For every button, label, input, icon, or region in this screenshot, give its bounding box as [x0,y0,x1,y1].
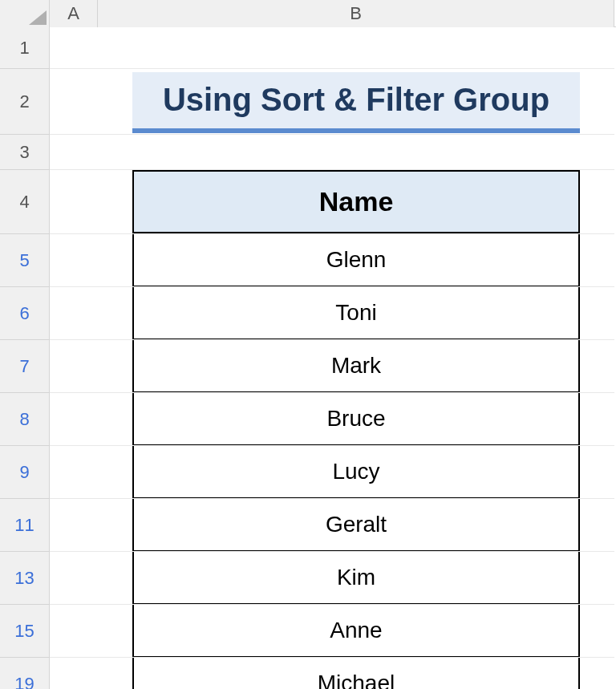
name-value: Glenn [326,247,387,273]
cell-a2[interactable] [50,69,98,135]
column-headers-row: A B [0,0,616,27]
cell-b3[interactable] [98,135,614,170]
name-value: Lucy [332,459,379,484]
cell-b7[interactable]: Mark [98,340,614,393]
cell-b13[interactable]: Kim [98,552,614,605]
grid-body: 1 2 3 4 5 6 7 8 9 11 13 15 19 [0,27,616,689]
name-value: Bruce [326,406,385,432]
select-all-triangle-icon [29,10,47,25]
cell-a6[interactable] [50,287,98,340]
cell-a9[interactable] [50,446,98,499]
row-header-13[interactable]: 13 [0,552,49,605]
row-header-2[interactable]: 2 [0,69,49,135]
row-header-5[interactable]: 5 [0,234,49,287]
cell-a8[interactable] [50,393,98,446]
row-header-15[interactable]: 15 [0,605,49,658]
column-header-b[interactable]: B [98,0,614,27]
table-row: Anne [132,605,580,657]
row-headers: 1 2 3 4 5 6 7 8 9 11 13 15 19 [0,27,50,689]
cell-a3[interactable] [50,135,98,170]
cell-a15[interactable] [50,605,98,658]
row-header-11[interactable]: 11 [0,499,49,552]
table-row: Michael [132,658,580,689]
cell-b19[interactable]: Michael [98,658,614,689]
cell-a19[interactable] [50,658,98,689]
column-header-a[interactable]: A [50,0,98,27]
row-header-9[interactable]: 9 [0,446,49,499]
row-header-8[interactable]: 8 [0,393,49,446]
title-box: Using Sort & Filter Group [132,72,580,133]
cell-a7[interactable] [50,340,98,393]
row-header-4[interactable]: 4 [0,170,49,234]
select-all-corner[interactable] [0,0,50,27]
row-header-7[interactable]: 7 [0,340,49,393]
cell-a11[interactable] [50,499,98,552]
cell-b8[interactable]: Bruce [98,393,614,446]
row-header-6[interactable]: 6 [0,287,49,340]
table-row: Glenn [132,234,580,286]
column-b-cells: Using Sort & Filter Group Name Glenn [98,27,614,689]
cell-b6[interactable]: Toni [98,287,614,340]
spreadsheet: A B 1 2 3 4 5 6 7 8 9 11 13 15 19 [0,0,616,689]
cell-b15[interactable]: Anne [98,605,614,658]
table-row: Toni [132,287,580,339]
table-row: Lucy [132,446,580,498]
name-value: Michael [318,671,395,690]
table-row: Mark [132,340,580,392]
name-value: Geralt [326,512,387,537]
page-title: Using Sort & Filter Group [163,82,549,118]
name-value: Mark [331,353,381,379]
cell-b9[interactable]: Lucy [98,446,614,499]
row-header-1[interactable]: 1 [0,27,49,69]
cell-b1[interactable] [98,27,614,69]
cells-area: Using Sort & Filter Group Name Glenn [50,27,616,689]
column-a-cells [50,27,98,689]
cell-a4[interactable] [50,170,98,234]
row-header-19[interactable]: 19 [0,658,49,689]
cell-b5[interactable]: Glenn [98,234,614,287]
row-header-3[interactable]: 3 [0,135,49,170]
table-header-box: Name [132,170,580,233]
cell-b2[interactable]: Using Sort & Filter Group [98,69,614,135]
table-row: Geralt [132,499,580,551]
cell-a5[interactable] [50,234,98,287]
table-header-label: Name [319,186,394,217]
cell-b11[interactable]: Geralt [98,499,614,552]
table-row: Kim [132,552,580,604]
cell-a1[interactable] [50,27,98,69]
name-value: Kim [337,565,375,590]
cell-b4[interactable]: Name [98,170,614,234]
table-row: Bruce [132,393,580,445]
cell-a13[interactable] [50,552,98,605]
name-value: Toni [335,300,376,326]
name-value: Anne [330,618,382,643]
